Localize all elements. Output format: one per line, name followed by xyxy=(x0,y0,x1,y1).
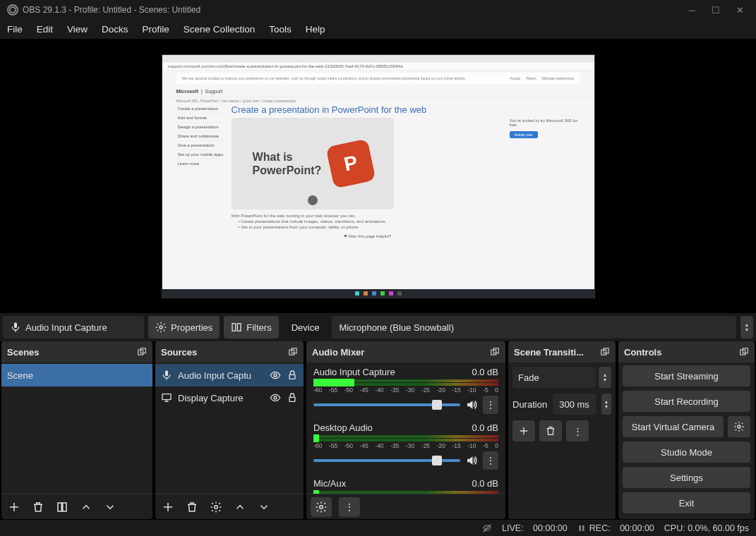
exit-button[interactable]: Exit xyxy=(623,492,750,513)
duration-label: Duration xyxy=(512,399,547,410)
menu-tools[interactable]: Tools xyxy=(269,24,292,35)
lock-icon[interactable] xyxy=(287,392,298,403)
scene-filters-button[interactable] xyxy=(54,499,71,516)
virtual-camera-settings-button[interactable] xyxy=(728,416,750,437)
move-scene-up-button[interactable] xyxy=(78,499,95,516)
speaker-icon[interactable] xyxy=(464,398,479,411)
mixer-channel: Desktop Audio0.0 dB -60-55-50-45-40-35-3… xyxy=(306,420,505,475)
menu-help[interactable]: Help xyxy=(306,24,325,35)
maximize-button[interactable]: ☐ xyxy=(711,5,721,15)
live-status: LIVE: 00:00:00 xyxy=(502,523,568,533)
popout-icon[interactable] xyxy=(600,347,610,357)
controls-header[interactable]: Controls xyxy=(618,341,755,363)
popout-icon[interactable] xyxy=(288,347,298,357)
menu-view[interactable]: View xyxy=(67,24,88,35)
volume-slider[interactable] xyxy=(313,459,460,462)
preview-url: support.microsoft.com/en-us/office/creat… xyxy=(162,62,594,71)
obs-logo-icon xyxy=(7,4,18,16)
remove-transition-button[interactable] xyxy=(539,420,562,441)
menu-profile[interactable]: Profile xyxy=(143,24,169,35)
chevron-up-icon: ▲ xyxy=(745,322,750,327)
audio-meter xyxy=(313,491,498,494)
duration-spinner[interactable]: ▲▼ xyxy=(601,394,611,415)
add-transition-button[interactable] xyxy=(512,420,535,441)
transition-spinner[interactable]: ▲▼ xyxy=(599,367,611,388)
start-streaming-button[interactable]: Start Streaming xyxy=(623,365,750,386)
close-button[interactable]: ✕ xyxy=(735,5,745,15)
mixer-channel: Audio Input Capture0.0 dB -60-55-50-45-4… xyxy=(306,364,505,420)
transition-select[interactable]: Fade xyxy=(512,367,596,388)
source-item-audio-input[interactable]: Audio Input Captu xyxy=(155,364,304,386)
studio-mode-button[interactable]: Studio Mode xyxy=(623,441,750,463)
remove-source-button[interactable] xyxy=(184,499,200,516)
svg-point-24 xyxy=(738,425,740,428)
pause-icon xyxy=(577,524,586,532)
audio-meter xyxy=(313,439,498,441)
menu-scene-collection[interactable]: Scene Collection xyxy=(184,24,255,35)
audio-meter xyxy=(313,435,498,438)
start-virtual-camera-button[interactable]: Start Virtual Camera xyxy=(623,416,724,437)
sources-header[interactable]: Sources xyxy=(155,341,304,363)
svg-rect-26 xyxy=(579,525,581,531)
mixer-header[interactable]: Audio Mixer xyxy=(306,341,505,363)
popout-icon[interactable] xyxy=(739,347,749,357)
menu-file[interactable]: File xyxy=(7,24,23,35)
titlebar: OBS 29.1.3 - Profile: Untitled - Scenes:… xyxy=(0,0,756,20)
volume-slider[interactable] xyxy=(313,403,460,406)
popout-icon[interactable] xyxy=(490,347,500,357)
source-properties-button[interactable] xyxy=(208,499,224,516)
mixer-settings-button[interactable] xyxy=(311,497,332,517)
channel-name: Audio Input Capture xyxy=(313,367,395,377)
rec-status: REC: 00:00:00 xyxy=(577,523,654,533)
selected-source-indicator: Audio Input Capture xyxy=(3,316,144,339)
svg-point-1 xyxy=(160,326,162,329)
add-source-button[interactable] xyxy=(160,499,176,516)
source-item-display-capture[interactable]: Display Capture xyxy=(155,386,304,409)
lock-icon[interactable] xyxy=(287,370,298,381)
menubar: File Edit View Docks Profile Scene Colle… xyxy=(0,20,756,39)
mic-icon xyxy=(10,322,21,333)
properties-button[interactable]: Properties xyxy=(148,316,220,339)
svg-rect-2 xyxy=(232,324,236,331)
mixer-footer: ⋮ xyxy=(306,494,505,519)
menu-docks[interactable]: Docks xyxy=(102,24,128,35)
menu-edit[interactable]: Edit xyxy=(37,24,53,35)
move-source-down-button[interactable] xyxy=(256,499,272,516)
channel-name: Desktop Audio xyxy=(313,422,373,433)
channel-menu-button[interactable]: ⋮ xyxy=(483,396,498,414)
audio-mixer-panel: Audio Mixer Audio Input Capture0.0 dB -6… xyxy=(306,341,505,519)
add-scene-button[interactable] xyxy=(6,499,23,516)
preview-area[interactable]: support.microsoft.com/en-us/office/creat… xyxy=(0,39,756,313)
device-spinner[interactable]: ▲ ▼ xyxy=(740,316,753,339)
remove-scene-button[interactable] xyxy=(30,499,47,516)
transition-menu-button[interactable]: ⋮ xyxy=(566,420,589,441)
svg-rect-13 xyxy=(162,394,171,400)
svg-rect-0 xyxy=(14,322,17,328)
source-toolbar: Audio Input Capture Properties Filters D… xyxy=(0,313,756,341)
move-scene-down-button[interactable] xyxy=(102,499,119,516)
signal-icon xyxy=(482,523,492,533)
scene-item[interactable]: Scene xyxy=(1,364,152,386)
popout-icon[interactable] xyxy=(137,347,147,357)
speaker-icon[interactable] xyxy=(464,454,479,467)
channel-name: Mic/Aux xyxy=(313,478,346,489)
meter-ticks: -60-55-50-45-40-35-30-25-20-15-10-50 xyxy=(313,442,498,449)
start-recording-button[interactable]: Start Recording xyxy=(623,391,750,412)
svg-rect-10 xyxy=(165,370,168,376)
transitions-header[interactable]: Scene Transiti... xyxy=(508,341,616,363)
filters-button[interactable]: Filters xyxy=(224,316,278,339)
eye-icon[interactable] xyxy=(270,370,281,381)
device-select[interactable]: Microphone (Blue Snowball) xyxy=(332,316,736,339)
scenes-panel: Scenes Scene xyxy=(1,341,152,519)
device-label: Device xyxy=(283,322,328,333)
move-source-up-button[interactable] xyxy=(232,499,248,516)
mixer-menu-button[interactable]: ⋮ xyxy=(339,497,360,517)
duration-input[interactable]: 300 ms xyxy=(553,394,596,415)
scenes-header[interactable]: Scenes xyxy=(1,341,152,363)
svg-rect-7 xyxy=(63,503,66,511)
eye-icon[interactable] xyxy=(270,392,281,403)
minimize-button[interactable]: ─ xyxy=(687,5,697,15)
settings-button[interactable]: Settings xyxy=(623,467,750,488)
channel-db: 0.0 dB xyxy=(472,422,498,433)
channel-menu-button[interactable]: ⋮ xyxy=(483,451,498,470)
